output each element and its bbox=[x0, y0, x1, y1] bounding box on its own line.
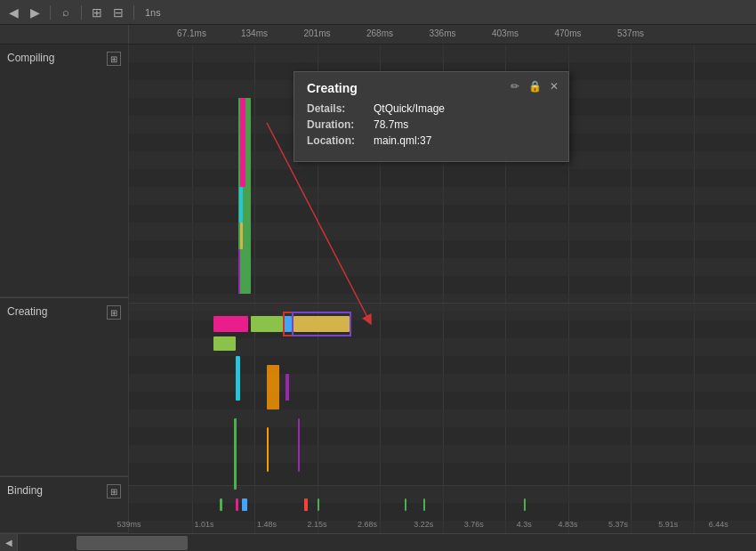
binding-section-label: Binding ⊞ bbox=[0, 476, 128, 533]
tooltip-val-duration: 78.7ms bbox=[374, 118, 408, 131]
stripe-b2 bbox=[129, 521, 756, 533]
timeline-header: 67.1ms134ms201ms268ms336ms403ms470ms537m… bbox=[0, 25, 756, 45]
time-markers-area: 67.1ms134ms201ms268ms336ms403ms470ms537m… bbox=[129, 25, 756, 44]
compiling-section-label: Compiling ⊞ bbox=[0, 45, 128, 297]
creating-bar-blue-small[interactable] bbox=[284, 316, 291, 332]
stripe-c7 bbox=[129, 258, 756, 276]
time-marker-470ms: 470ms bbox=[554, 28, 581, 38]
binding-bar-green-5[interactable] bbox=[524, 498, 526, 511]
tooltip-row-location: Location: main.qml:37 bbox=[307, 134, 556, 147]
toolbar: ◀ ▶ ⌕ ⊞ ⊟ 1ns bbox=[0, 0, 756, 25]
time-marker-201ms: 201ms bbox=[303, 28, 330, 38]
tooltip-val-location: main.qml:37 bbox=[374, 134, 431, 147]
tooltip-row-details: Details: QtQuick/Image bbox=[307, 102, 556, 115]
compiling-bar-purple[interactable] bbox=[238, 249, 240, 294]
stripe-c5 bbox=[129, 187, 756, 205]
binding-bar-blue[interactable] bbox=[242, 498, 247, 511]
edit-icon[interactable]: ✏ bbox=[508, 79, 522, 93]
stripe-cr3 bbox=[129, 374, 756, 392]
search-button[interactable]: ⌕ bbox=[58, 4, 74, 20]
zoom-out-button[interactable]: ⊟ bbox=[110, 4, 126, 20]
lock-icon[interactable]: 🔒 bbox=[527, 79, 542, 93]
close-icon[interactable]: ✕ bbox=[547, 79, 561, 93]
time-marker-537ms: 537ms bbox=[617, 28, 644, 38]
zoom-label: 1ns bbox=[145, 7, 161, 18]
left-panel: Compiling ⊞ Creating ⊞ Binding ⊞ bbox=[0, 45, 129, 533]
tooltip-key-duration: Duration: bbox=[307, 118, 374, 131]
binding-bar-pink[interactable] bbox=[236, 498, 238, 511]
time-marker-268ms: 268ms bbox=[366, 28, 393, 38]
binding-expand-button[interactable]: ⊞ bbox=[107, 484, 121, 498]
compiling-bar-pink[interactable] bbox=[240, 98, 245, 187]
stripe-c1 bbox=[129, 45, 756, 62]
timeline-area[interactable]: ✏ 🔒 ✕ Creating Details: QtQuick/Image Du… bbox=[129, 45, 756, 533]
separator-2 bbox=[81, 5, 82, 20]
forward-button[interactable]: ▶ bbox=[27, 4, 43, 20]
time-marker-403ms: 403ms bbox=[492, 28, 519, 38]
creating-bar-green-2[interactable] bbox=[213, 336, 236, 351]
stripe-cr5 bbox=[129, 445, 756, 463]
creating-bar-orange[interactable] bbox=[267, 365, 279, 409]
tooltip-val-details: QtQuick/Image bbox=[374, 102, 445, 115]
time-marker-134ms: 134ms bbox=[241, 28, 268, 38]
compiling-bar-teal[interactable] bbox=[239, 187, 243, 223]
binding-bar-green-2[interactable] bbox=[318, 498, 319, 511]
scroll-track[interactable] bbox=[18, 534, 756, 551]
creating-bar-pink[interactable] bbox=[213, 316, 248, 332]
binding-label-text: Binding bbox=[7, 484, 43, 497]
creating-expand-button[interactable]: ⊞ bbox=[107, 305, 121, 320]
binding-bar-green-3[interactable] bbox=[405, 498, 406, 511]
stripe-b1 bbox=[129, 485, 756, 503]
tooltip-popup: ✏ 🔒 ✕ Creating Details: QtQuick/Image Du… bbox=[294, 71, 569, 162]
creating-bar-teal[interactable] bbox=[236, 356, 241, 401]
time-marker-67.1ms: 67.1ms bbox=[177, 28, 206, 38]
separator-1 bbox=[50, 5, 51, 20]
creating-bar-orange-thin[interactable] bbox=[267, 427, 269, 472]
creating-section-label: Creating ⊞ bbox=[0, 297, 128, 476]
scroll-left-button[interactable]: ◀ bbox=[0, 534, 18, 552]
compiling-expand-button[interactable]: ⊞ bbox=[107, 52, 121, 66]
compiling-bar-yellow[interactable] bbox=[240, 223, 244, 249]
zoom-in-button[interactable]: ⊞ bbox=[89, 4, 105, 20]
left-panel-header bbox=[0, 25, 129, 44]
main-area: Compiling ⊞ Creating ⊞ Binding ⊞ bbox=[0, 45, 756, 533]
bottom-scrollbar: ◀ bbox=[0, 533, 756, 551]
compiling-label-text: Compiling bbox=[7, 52, 54, 64]
separator-3 bbox=[133, 5, 134, 20]
stripe-c6 bbox=[129, 223, 756, 240]
binding-bar-red[interactable] bbox=[304, 498, 308, 511]
binding-bar-green-1[interactable] bbox=[220, 498, 222, 511]
creating-bar-green-thin[interactable] bbox=[234, 418, 236, 490]
creating-bar-green[interactable] bbox=[251, 316, 282, 332]
scroll-thumb[interactable] bbox=[76, 536, 188, 550]
stripe-cr4 bbox=[129, 409, 756, 427]
creating-bar-yellow-selected[interactable] bbox=[294, 316, 350, 332]
creating-bar-purple-small[interactable] bbox=[286, 374, 289, 401]
time-marker-336ms: 336ms bbox=[429, 28, 455, 38]
creating-label-text: Creating bbox=[7, 305, 47, 318]
tooltip-row-duration: Duration: 78.7ms bbox=[307, 118, 556, 131]
back-button[interactable]: ◀ bbox=[5, 4, 21, 20]
tooltip-key-location: Location: bbox=[307, 134, 374, 147]
tooltip-icons: ✏ 🔒 ✕ bbox=[508, 79, 561, 93]
tooltip-key-details: Details: bbox=[307, 102, 374, 115]
